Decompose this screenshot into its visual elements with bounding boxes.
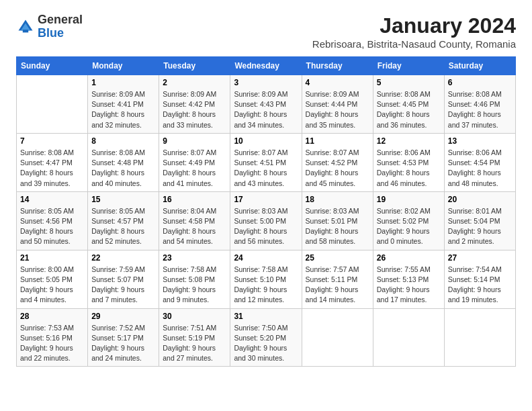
page-header: General Blue January 2024 Rebrisoara, Bi… bbox=[16, 13, 516, 50]
day-info: Sunrise: 7:58 AM Sunset: 5:08 PM Dayligh… bbox=[163, 265, 226, 306]
day-info: Sunrise: 7:57 AM Sunset: 5:11 PM Dayligh… bbox=[306, 265, 369, 306]
calendar-week-4: 28Sunrise: 7:53 AM Sunset: 5:16 PM Dayli… bbox=[17, 308, 516, 367]
calendar-cell: 19Sunrise: 8:02 AM Sunset: 5:02 PM Dayli… bbox=[373, 191, 444, 250]
calendar-week-2: 14Sunrise: 8:05 AM Sunset: 4:56 PM Dayli… bbox=[17, 191, 516, 250]
calendar-table: SundayMondayTuesdayWednesdayThursdayFrid… bbox=[16, 56, 516, 367]
calendar-cell: 28Sunrise: 7:53 AM Sunset: 5:16 PM Dayli… bbox=[17, 308, 88, 367]
day-number: 12 bbox=[377, 136, 441, 146]
day-info: Sunrise: 8:01 AM Sunset: 5:04 PM Dayligh… bbox=[448, 206, 512, 247]
calendar-cell bbox=[17, 75, 88, 134]
calendar-cell: 30Sunrise: 7:51 AM Sunset: 5:19 PM Dayli… bbox=[159, 308, 230, 367]
day-number: 21 bbox=[20, 253, 84, 263]
calendar-cell: 26Sunrise: 7:55 AM Sunset: 5:13 PM Dayli… bbox=[373, 250, 444, 308]
day-info: Sunrise: 8:07 AM Sunset: 4:49 PM Dayligh… bbox=[163, 148, 226, 189]
day-info: Sunrise: 8:08 AM Sunset: 4:45 PM Dayligh… bbox=[377, 89, 441, 130]
day-number: 11 bbox=[306, 136, 369, 146]
day-info: Sunrise: 8:09 AM Sunset: 4:44 PM Dayligh… bbox=[306, 89, 369, 130]
header-sunday: Sunday bbox=[17, 57, 88, 75]
day-number: 3 bbox=[234, 78, 298, 87]
day-info: Sunrise: 8:07 AM Sunset: 4:51 PM Dayligh… bbox=[234, 148, 298, 189]
calendar-cell: 21Sunrise: 8:00 AM Sunset: 5:05 PM Dayli… bbox=[17, 250, 88, 308]
header-monday: Monday bbox=[88, 57, 159, 75]
day-number: 22 bbox=[91, 253, 155, 263]
day-number: 23 bbox=[163, 253, 226, 263]
day-info: Sunrise: 7:50 AM Sunset: 5:20 PM Dayligh… bbox=[234, 323, 298, 364]
calendar-cell: 3Sunrise: 8:09 AM Sunset: 4:43 PM Daylig… bbox=[230, 75, 302, 134]
day-number: 7 bbox=[20, 136, 84, 146]
day-number: 8 bbox=[91, 136, 155, 146]
calendar-cell: 12Sunrise: 8:06 AM Sunset: 4:53 PM Dayli… bbox=[373, 133, 444, 191]
calendar-cell: 11Sunrise: 8:07 AM Sunset: 4:52 PM Dayli… bbox=[302, 133, 373, 191]
day-number: 19 bbox=[377, 195, 441, 204]
calendar-cell: 17Sunrise: 8:03 AM Sunset: 5:00 PM Dayli… bbox=[230, 191, 302, 250]
day-info: Sunrise: 7:52 AM Sunset: 5:17 PM Dayligh… bbox=[91, 323, 155, 364]
header-friday: Friday bbox=[373, 57, 444, 75]
calendar-body: 1Sunrise: 8:09 AM Sunset: 4:41 PM Daylig… bbox=[17, 75, 516, 367]
day-number: 5 bbox=[377, 78, 441, 87]
calendar-cell: 10Sunrise: 8:07 AM Sunset: 4:51 PM Dayli… bbox=[230, 133, 302, 191]
calendar-cell: 20Sunrise: 8:01 AM Sunset: 5:04 PM Dayli… bbox=[444, 191, 515, 250]
page-subtitle: Rebrisoara, Bistrita-Nasaud County, Roma… bbox=[312, 38, 516, 50]
calendar-cell: 6Sunrise: 8:08 AM Sunset: 4:46 PM Daylig… bbox=[444, 75, 515, 134]
day-info: Sunrise: 7:58 AM Sunset: 5:10 PM Dayligh… bbox=[234, 265, 298, 306]
calendar-cell: 29Sunrise: 7:52 AM Sunset: 5:17 PM Dayli… bbox=[88, 308, 159, 367]
day-number: 28 bbox=[20, 312, 84, 321]
day-info: Sunrise: 8:05 AM Sunset: 4:57 PM Dayligh… bbox=[91, 206, 155, 247]
day-info: Sunrise: 7:54 AM Sunset: 5:14 PM Dayligh… bbox=[448, 265, 512, 306]
logo-icon bbox=[16, 17, 35, 36]
day-info: Sunrise: 8:09 AM Sunset: 4:41 PM Dayligh… bbox=[91, 89, 155, 130]
day-info: Sunrise: 7:53 AM Sunset: 5:16 PM Dayligh… bbox=[20, 323, 84, 364]
day-number: 9 bbox=[163, 136, 226, 146]
day-info: Sunrise: 7:55 AM Sunset: 5:13 PM Dayligh… bbox=[377, 265, 441, 306]
calendar-cell: 24Sunrise: 7:58 AM Sunset: 5:10 PM Dayli… bbox=[230, 250, 302, 308]
day-number: 25 bbox=[306, 253, 369, 263]
day-number: 29 bbox=[91, 312, 155, 321]
calendar-week-0: 1Sunrise: 8:09 AM Sunset: 4:41 PM Daylig… bbox=[17, 75, 516, 134]
day-info: Sunrise: 8:07 AM Sunset: 4:52 PM Dayligh… bbox=[306, 148, 369, 189]
calendar-cell: 9Sunrise: 8:07 AM Sunset: 4:49 PM Daylig… bbox=[159, 133, 230, 191]
calendar-cell: 25Sunrise: 7:57 AM Sunset: 5:11 PM Dayli… bbox=[302, 250, 373, 308]
day-number: 14 bbox=[20, 195, 84, 204]
day-number: 4 bbox=[306, 78, 369, 87]
day-info: Sunrise: 8:08 AM Sunset: 4:46 PM Dayligh… bbox=[448, 89, 512, 130]
calendar-cell: 4Sunrise: 8:09 AM Sunset: 4:44 PM Daylig… bbox=[302, 75, 373, 134]
calendar-cell: 8Sunrise: 8:08 AM Sunset: 4:48 PM Daylig… bbox=[88, 133, 159, 191]
logo: General Blue bbox=[16, 13, 83, 40]
calendar-cell bbox=[302, 308, 373, 367]
header-thursday: Thursday bbox=[302, 57, 373, 75]
calendar-cell: 31Sunrise: 7:50 AM Sunset: 5:20 PM Dayli… bbox=[230, 308, 302, 367]
calendar-cell bbox=[373, 308, 444, 367]
day-info: Sunrise: 8:08 AM Sunset: 4:47 PM Dayligh… bbox=[20, 148, 84, 189]
page-title: January 2024 bbox=[312, 13, 516, 38]
day-number: 18 bbox=[306, 195, 369, 204]
day-number: 6 bbox=[448, 78, 512, 87]
day-number: 17 bbox=[234, 195, 298, 204]
day-number: 30 bbox=[163, 312, 226, 321]
header-row: SundayMondayTuesdayWednesdayThursdayFrid… bbox=[17, 57, 516, 75]
calendar-cell bbox=[444, 308, 515, 367]
svg-rect-2 bbox=[23, 30, 28, 32]
calendar-cell: 27Sunrise: 7:54 AM Sunset: 5:14 PM Dayli… bbox=[444, 250, 515, 308]
day-info: Sunrise: 8:03 AM Sunset: 5:00 PM Dayligh… bbox=[234, 206, 298, 247]
day-number: 24 bbox=[234, 253, 298, 263]
day-number: 16 bbox=[163, 195, 226, 204]
calendar-cell: 2Sunrise: 8:09 AM Sunset: 4:42 PM Daylig… bbox=[159, 75, 230, 134]
day-info: Sunrise: 7:59 AM Sunset: 5:07 PM Dayligh… bbox=[91, 265, 155, 306]
calendar-cell: 1Sunrise: 8:09 AM Sunset: 4:41 PM Daylig… bbox=[88, 75, 159, 134]
day-info: Sunrise: 8:09 AM Sunset: 4:43 PM Dayligh… bbox=[234, 89, 298, 130]
day-info: Sunrise: 8:08 AM Sunset: 4:48 PM Dayligh… bbox=[91, 148, 155, 189]
calendar-cell: 22Sunrise: 7:59 AM Sunset: 5:07 PM Dayli… bbox=[88, 250, 159, 308]
day-info: Sunrise: 8:05 AM Sunset: 4:56 PM Dayligh… bbox=[20, 206, 84, 247]
day-info: Sunrise: 8:02 AM Sunset: 5:02 PM Dayligh… bbox=[377, 206, 441, 247]
header-wednesday: Wednesday bbox=[230, 57, 302, 75]
calendar-cell: 14Sunrise: 8:05 AM Sunset: 4:56 PM Dayli… bbox=[17, 191, 88, 250]
day-number: 15 bbox=[91, 195, 155, 204]
day-info: Sunrise: 8:03 AM Sunset: 5:01 PM Dayligh… bbox=[306, 206, 369, 247]
day-number: 20 bbox=[448, 195, 512, 204]
header-saturday: Saturday bbox=[444, 57, 515, 75]
title-block: January 2024 Rebrisoara, Bistrita-Nasaud… bbox=[312, 13, 516, 50]
day-info: Sunrise: 8:04 AM Sunset: 4:58 PM Dayligh… bbox=[163, 206, 226, 247]
calendar-cell: 5Sunrise: 8:08 AM Sunset: 4:45 PM Daylig… bbox=[373, 75, 444, 134]
calendar-cell: 15Sunrise: 8:05 AM Sunset: 4:57 PM Dayli… bbox=[88, 191, 159, 250]
day-info: Sunrise: 8:09 AM Sunset: 4:42 PM Dayligh… bbox=[163, 89, 226, 130]
